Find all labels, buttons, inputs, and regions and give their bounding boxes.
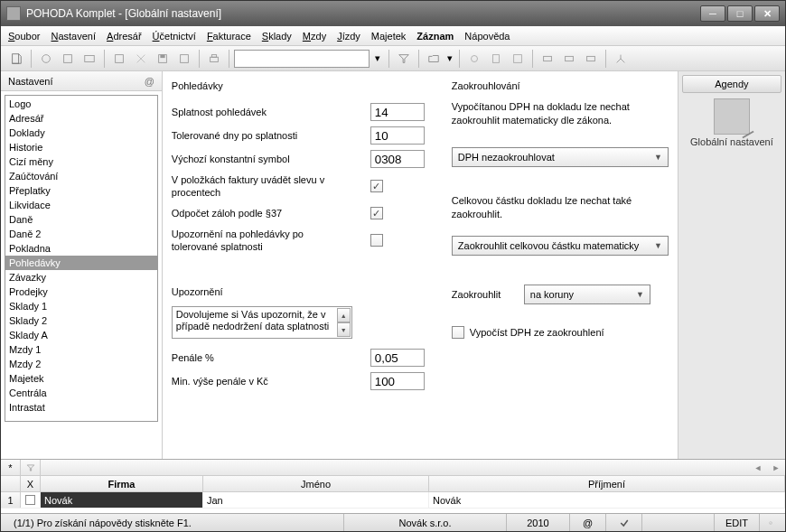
- toolbar-filter-icon[interactable]: [394, 49, 414, 69]
- celkova-description: Celkovou částku dokladu lze nechat také …: [452, 194, 669, 225]
- grid-scroll-right[interactable]: ►: [767, 460, 785, 475]
- grid-scroll-left[interactable]: ◄: [749, 460, 767, 475]
- app-icon: [6, 6, 21, 21]
- close-button[interactable]: ✕: [754, 5, 780, 22]
- sidebar-item-ciz-m-ny[interactable]: Cizí měny: [5, 154, 157, 169]
- menu-majetek[interactable]: Majetek: [371, 31, 407, 42]
- toolbar-save-icon[interactable]: [153, 49, 173, 69]
- settings-list[interactable]: LogoAdresářDokladyHistorieCizí měnyZaúčt…: [5, 95, 158, 422]
- agendy-pane: Agendy Globální nastavení: [678, 71, 785, 459]
- lbl-vypocist: Vypočíst DPH ze zaokrouhlení: [470, 327, 604, 338]
- menu-ucetnictvi[interactable]: Účetnictví: [153, 31, 196, 42]
- sidebar-item-sklady-1[interactable]: Sklady 1: [5, 299, 157, 313]
- table-row[interactable]: 1 Novák Jan Novák: [1, 492, 785, 509]
- sidebar-item-doklady[interactable]: Doklady: [5, 126, 157, 140]
- grid-cell-firma[interactable]: Novák: [41, 492, 203, 508]
- grid-header-jmeno[interactable]: Jméno: [203, 476, 429, 491]
- chk-upozorneni-po[interactable]: [370, 234, 383, 247]
- svg-rect-0: [13, 53, 19, 63]
- grid-header-x[interactable]: X: [21, 476, 41, 491]
- grid-header-prijmeni[interactable]: Příjmení: [429, 476, 785, 491]
- status-at-icon[interactable]: @: [570, 514, 606, 531]
- grid-header-firma[interactable]: Firma: [41, 476, 203, 491]
- status-check-icon[interactable]: [606, 514, 642, 531]
- toolbar-folder-icon[interactable]: [424, 49, 444, 69]
- menu-soubor[interactable]: Soubor: [8, 31, 40, 42]
- toolbar-new-icon[interactable]: [6, 49, 26, 69]
- chk-vypocist[interactable]: [452, 326, 464, 339]
- sidebar-item-sklady-a[interactable]: Sklady A: [5, 328, 157, 342]
- toolbar-btn-2[interactable]: [58, 49, 78, 69]
- sidebar-item-historie[interactable]: Historie: [5, 140, 157, 154]
- combo-zaokrouhlit-value: na koruny: [530, 289, 574, 300]
- toolbar-print-icon[interactable]: [204, 49, 224, 69]
- grid-cell-prijmeni[interactable]: Novák: [429, 492, 785, 508]
- chk-odpocet[interactable]: [370, 207, 383, 219]
- status-ok-icon[interactable]: [760, 514, 781, 531]
- menu-napoveda[interactable]: Nápověda: [464, 31, 510, 42]
- toolbar-btn-10[interactable]: [464, 49, 484, 69]
- agendy-item-label[interactable]: Globální nastavení: [678, 136, 785, 147]
- toolbar-btn-7[interactable]: [174, 49, 194, 69]
- sidebar-item-prodejky[interactable]: Prodejky: [5, 285, 157, 299]
- sidebar-item-dan-2[interactable]: Daně 2: [5, 227, 157, 241]
- sidebar-item-pokladna[interactable]: Pokladna: [5, 241, 157, 256]
- minimize-button[interactable]: ─: [700, 5, 725, 22]
- grid-filter-icon[interactable]: [21, 460, 41, 475]
- sidebar-item-mzdy-1[interactable]: Mzdy 1: [5, 342, 157, 357]
- field-splatnost[interactable]: [370, 103, 425, 121]
- svg-rect-7: [181, 54, 189, 62]
- grid-row-checkbox[interactable]: [21, 492, 41, 508]
- toolbar-btn-13[interactable]: [538, 49, 557, 69]
- sidebar-item-adres-[interactable]: Adresář: [5, 111, 157, 126]
- globalni-nastaveni-icon[interactable]: [714, 98, 750, 135]
- chk-sleva[interactable]: [370, 180, 383, 192]
- toolbar-btn-12[interactable]: [508, 49, 528, 69]
- toolbar-btn-1[interactable]: [36, 49, 56, 69]
- grid-cell-jmeno[interactable]: Jan: [203, 492, 429, 508]
- menu-fakturace[interactable]: Fakturace: [207, 31, 251, 42]
- sidebar-item-majetek[interactable]: Majetek: [5, 371, 157, 386]
- svg-rect-8: [211, 57, 219, 61]
- menu-zaznam[interactable]: Záznam: [416, 31, 454, 42]
- menu-nastaveni[interactable]: Nastavení: [51, 31, 96, 42]
- toolbar-btn-3[interactable]: [80, 49, 99, 69]
- menu-adresar[interactable]: Adresář: [107, 31, 142, 42]
- sidebar-item-mzdy-2[interactable]: Mzdy 2: [5, 357, 157, 371]
- field-tolerovane[interactable]: [370, 126, 425, 145]
- maximize-button[interactable]: □: [727, 5, 753, 22]
- textarea-down-button[interactable]: ▼: [337, 322, 351, 337]
- toolbar-btn-4[interactable]: [109, 49, 129, 69]
- sidebar-item-z-vazky[interactable]: Závazky: [5, 270, 157, 285]
- toolbar-btn-14[interactable]: [559, 49, 579, 69]
- field-ksymbol[interactable]: [370, 150, 425, 168]
- menu-mzdy[interactable]: Mzdy: [303, 31, 326, 42]
- menu-sklady[interactable]: Sklady: [262, 31, 292, 42]
- upozorneni-textarea[interactable]: Dovolujeme si Vás upozornit, že v případ…: [172, 306, 352, 339]
- sidebar-item-logo[interactable]: Logo: [5, 97, 157, 111]
- toolbar-btn-15[interactable]: [581, 49, 601, 69]
- field-min-penale[interactable]: [370, 372, 425, 390]
- toolbar-folder-dropdown[interactable]: ▾: [445, 49, 454, 69]
- sidebar-item-sklady-2[interactable]: Sklady 2: [5, 313, 157, 328]
- sidebar-at-icon[interactable]: @: [145, 76, 154, 87]
- toolbar-search-field[interactable]: [234, 50, 370, 68]
- sidebar-item-dan-[interactable]: Daně: [5, 212, 157, 227]
- menu-jizdy[interactable]: Jízdy: [337, 31, 360, 42]
- sidebar-item-pohled-vky[interactable]: Pohledávky: [5, 256, 157, 270]
- field-penale[interactable]: [370, 349, 425, 367]
- toolbar-calc-icon[interactable]: [486, 49, 506, 69]
- sidebar-item-likvidace[interactable]: Likvidace: [5, 198, 157, 212]
- sidebar-item-centr-la[interactable]: Centrála: [5, 386, 157, 400]
- sidebar-item-p-eplatky[interactable]: Přeplatky: [5, 183, 157, 198]
- combo-celkova[interactable]: Zaokrouhlit celkovou částku matematicky …: [452, 236, 669, 256]
- grid-new-row-button[interactable]: *: [1, 460, 21, 475]
- combo-zaokrouhlit[interactable]: na koruny ▼: [524, 285, 650, 304]
- sidebar-item-za-tov-n-[interactable]: Zaúčtování: [5, 169, 157, 183]
- toolbar-search-dropdown[interactable]: ▾: [371, 49, 384, 69]
- sidebar-item-intrastat[interactable]: Intrastat: [5, 400, 157, 415]
- textarea-up-button[interactable]: ▲: [337, 308, 351, 322]
- toolbar-btn-5[interactable]: [131, 49, 151, 69]
- toolbar-btn-16[interactable]: [611, 49, 631, 69]
- combo-dph[interactable]: DPH nezaokrouhlovat ▼: [452, 147, 669, 167]
